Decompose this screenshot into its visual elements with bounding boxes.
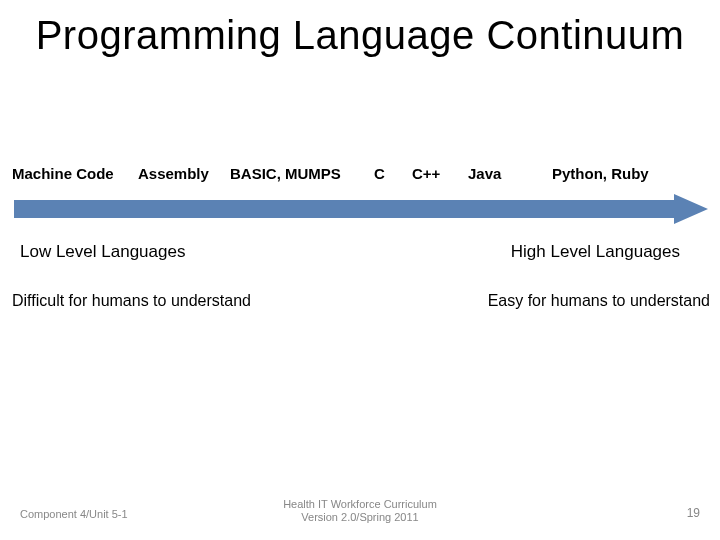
footer-line1: Health IT Workforce Curriculum	[283, 498, 437, 510]
slide-title: Programming Language Continuum	[0, 14, 720, 56]
arrow-icon	[14, 194, 708, 224]
footer-line2: Version 2.0/Spring 2011	[301, 511, 418, 523]
svg-marker-0	[14, 194, 708, 224]
low-level-label: Low Level Languages	[20, 242, 185, 262]
slide-number: 19	[687, 506, 700, 520]
lang-cpp: C++	[412, 165, 440, 182]
easy-label: Easy for humans to understand	[488, 292, 710, 310]
continuum-arrow	[14, 194, 708, 224]
difficult-label: Difficult for humans to understand	[12, 292, 251, 310]
lang-c: C	[374, 165, 385, 182]
languages-row: Machine Code Assembly BASIC, MUMPS C C++…	[12, 165, 708, 195]
footer-curriculum: Health IT Workforce Curriculum Version 2…	[0, 498, 720, 524]
lang-machine-code: Machine Code	[12, 165, 114, 182]
lang-basic-mumps: BASIC, MUMPS	[230, 165, 341, 182]
slide: Programming Language Continuum Machine C…	[0, 0, 720, 540]
high-level-label: High Level Languages	[511, 242, 680, 262]
lang-assembly: Assembly	[138, 165, 209, 182]
lang-java: Java	[468, 165, 501, 182]
lang-python-ruby: Python, Ruby	[552, 165, 649, 182]
